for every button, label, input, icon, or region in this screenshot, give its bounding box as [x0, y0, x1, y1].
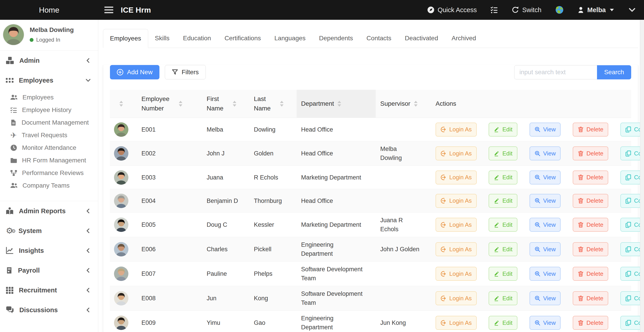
navbar-collapse-chevron-icon[interactable]	[628, 6, 636, 14]
delete-button[interactable]: Delete	[573, 218, 608, 232]
login-as-button[interactable]: Login As	[436, 170, 477, 184]
view-button[interactable]: View	[530, 194, 561, 208]
tasks-button[interactable]	[491, 6, 498, 14]
login-as-button[interactable]: Login As	[436, 194, 477, 208]
tab-archived[interactable]: Archived	[445, 29, 483, 48]
sidebar-item-label: Discussions	[19, 306, 58, 314]
view-button[interactable]: View	[530, 316, 561, 330]
submenu-item-label: Performance Reviews	[22, 169, 84, 176]
sidebar-item-insights[interactable]: Insights	[0, 241, 98, 260]
tab-skills[interactable]: Skills	[148, 29, 176, 48]
trash-icon	[578, 198, 584, 204]
login-as-button[interactable]: Login As	[436, 146, 477, 160]
sidebar-item-admin[interactable]: Admin	[0, 50, 98, 70]
delete-button[interactable]: Delete	[573, 267, 608, 281]
page-scrollbar[interactable]	[640, 20, 644, 332]
tab-deactivated[interactable]: Deactivated	[398, 29, 445, 48]
sidebar-item-employees[interactable]: Employees	[0, 70, 98, 90]
chevron-left-icon	[85, 248, 91, 254]
supervisor-cell: Jun Kong	[376, 311, 432, 332]
delete-button[interactable]: Delete	[573, 291, 608, 305]
column-header-department[interactable]: Department	[296, 90, 376, 118]
sidebar-item-payroll[interactable]: Payroll	[0, 260, 98, 280]
submenu-item-travel-requests[interactable]: ✈ Travel Requests	[0, 129, 98, 142]
login-as-button[interactable]: Login As	[436, 316, 477, 330]
tab-education[interactable]: Education	[176, 29, 218, 48]
edit-button[interactable]: Edit	[488, 170, 518, 184]
delete-button[interactable]: Delete	[573, 146, 608, 160]
first-name-cell: Pauline	[200, 262, 247, 286]
submenu-item-performance-reviews[interactable]: Performance Reviews	[0, 167, 98, 179]
hamburger-icon[interactable]	[104, 6, 114, 14]
submenu-item-employees[interactable]: Employees	[0, 91, 98, 104]
edit-button[interactable]: Edit	[488, 146, 518, 160]
pencil-icon	[494, 222, 500, 228]
edit-button[interactable]: Edit	[488, 242, 518, 256]
search-button[interactable]: Search	[597, 65, 631, 80]
login-as-button[interactable]: Login As	[436, 291, 477, 305]
view-button[interactable]: View	[530, 170, 561, 184]
edit-button[interactable]: Edit	[488, 267, 518, 281]
chart-line-icon	[6, 247, 14, 254]
delete-button[interactable]: Delete	[573, 242, 608, 256]
tab-certifications[interactable]: Certifications	[218, 29, 268, 48]
delete-button[interactable]: Delete	[573, 316, 608, 330]
sidebar-item-discussions[interactable]: Discussions	[0, 300, 98, 320]
profile-name: Melba Dowling	[30, 26, 74, 34]
table-row: E007 Pauline Phelps Software Development…	[110, 262, 631, 286]
quick-access-button[interactable]: Quick Access	[427, 6, 477, 14]
employees-submenu: Employees Employee History Document Mana…	[0, 90, 98, 201]
tab-dependents[interactable]: Dependents	[312, 29, 360, 48]
edit-button[interactable]: Edit	[488, 122, 518, 136]
user-menu[interactable]: Melba	[578, 6, 614, 14]
column-header-last-name[interactable]: Last Name	[247, 90, 296, 118]
submenu-item-hr-form-management[interactable]: HR Form Management	[0, 154, 98, 167]
login-as-button[interactable]: Login As	[436, 122, 477, 136]
edit-button[interactable]: Edit	[488, 291, 518, 305]
nav-home-link[interactable]: Home	[39, 6, 59, 14]
chevron-left-icon	[85, 228, 91, 234]
status-dot	[30, 38, 34, 42]
login-icon	[440, 271, 446, 277]
view-button[interactable]: View	[530, 146, 561, 160]
tab-languages[interactable]: Languages	[268, 29, 312, 48]
tab-employees[interactable]: Employees	[103, 29, 148, 48]
view-button[interactable]: View	[530, 122, 561, 136]
login-as-button[interactable]: Login As	[436, 218, 477, 232]
view-button[interactable]: View	[530, 242, 561, 256]
delete-button[interactable]: Delete	[573, 170, 608, 184]
submenu-item-document-management[interactable]: Document Management	[0, 116, 98, 129]
language-globe-button[interactable]	[556, 6, 564, 14]
avatar	[114, 146, 128, 160]
login-as-button[interactable]: Login As	[436, 242, 477, 256]
magnifier-icon	[534, 174, 540, 180]
login-as-button[interactable]: Login As	[436, 267, 477, 281]
tab-contacts[interactable]: Contacts	[360, 29, 398, 48]
sidebar-item-admin-reports[interactable]: Admin Reports	[0, 201, 98, 221]
search-input[interactable]	[514, 65, 597, 80]
sidebar-item-recruitment[interactable]: Recruitment	[0, 280, 98, 300]
edit-button[interactable]: Edit	[488, 316, 518, 330]
submenu-item-employee-history[interactable]: Employee History	[0, 104, 98, 116]
submenu-item-monitor-attendance[interactable]: Monitor Attendance	[0, 142, 98, 154]
filters-button[interactable]: Filters	[165, 65, 206, 80]
delete-button[interactable]: Delete	[573, 194, 608, 208]
edit-button[interactable]: Edit	[488, 218, 518, 232]
view-button[interactable]: View	[530, 291, 561, 305]
column-header-first-name[interactable]: First Name	[200, 90, 247, 118]
view-button[interactable]: View	[530, 267, 561, 281]
add-new-button[interactable]: Add New	[110, 65, 160, 80]
sidebar-item-system[interactable]: ⚙⚙ System	[0, 221, 98, 241]
submenu-item-company-teams[interactable]: Company Teams	[0, 179, 98, 192]
column-header-supervisor[interactable]: Supervisor	[376, 90, 432, 118]
switch-button[interactable]: Switch	[512, 6, 541, 14]
column-header-employee-number[interactable]: Employee Number	[132, 90, 200, 118]
delete-button[interactable]: Delete	[573, 122, 608, 136]
view-button[interactable]: View	[530, 218, 561, 232]
supervisor-cell: John J Golden	[376, 237, 432, 262]
column-header-avatar[interactable]	[110, 90, 132, 118]
edit-button[interactable]: Edit	[488, 194, 518, 208]
add-new-label: Add New	[127, 68, 153, 76]
switch-icon	[512, 6, 519, 14]
department-cell: Software Development Team	[296, 286, 376, 311]
